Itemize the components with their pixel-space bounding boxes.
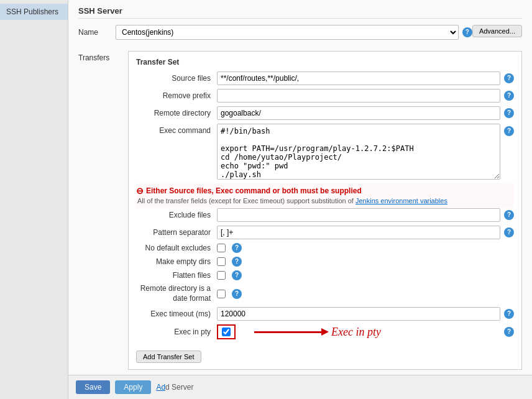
transfers-section: Transfers Transfer Set Source files ? Re… — [78, 51, 522, 370]
sidebar: SSH Publishers — [0, 0, 68, 399]
pattern-separator-input[interactable] — [217, 226, 500, 239]
transfer-set-box: Transfer Set Source files ? Remove prefi… — [128, 51, 522, 370]
exclude-files-label: Exclude files — [136, 211, 217, 219]
remote-directory-help-icon[interactable]: ? — [504, 108, 514, 118]
exec-timeout-help-icon[interactable]: ? — [504, 309, 514, 319]
name-label: Name — [78, 28, 109, 37]
exec-timeout-input[interactable] — [217, 307, 500, 321]
error-block: ⊖ Either Source files, Exec command or b… — [136, 183, 514, 208]
exec-timeout-label: Exec timeout (ms) — [136, 310, 217, 318]
error-note-text: All of the transfer fields (except for E… — [137, 197, 355, 204]
remove-prefix-row: Remove prefix ? — [136, 89, 514, 103]
error-note: All of the transfer fields (except for E… — [137, 197, 514, 204]
exec-pty-row: Exec in pty Exec in pty — [136, 324, 514, 339]
make-empty-dirs-help-icon[interactable]: ? — [232, 257, 242, 267]
make-empty-dirs-row: Make empty dirs ? — [136, 257, 514, 267]
error-icon: ⊖ — [136, 186, 144, 196]
flatten-files-label: Flatten files — [136, 271, 217, 280]
remote-directory-date-help-icon[interactable]: ? — [232, 289, 242, 299]
make-empty-dirs-label: Make empty dirs — [136, 257, 217, 266]
sidebar-item-ssh-publishers[interactable]: SSH Publishers — [0, 4, 68, 20]
source-files-help-icon[interactable]: ? — [504, 73, 514, 83]
exec-pty-annotation: Exec in pty — [248, 326, 381, 339]
remove-prefix-help-icon[interactable]: ? — [504, 91, 514, 101]
remove-prefix-label: Remove prefix — [136, 91, 217, 100]
bottom-bar: Save Apply Add Server — [68, 375, 532, 399]
no-default-excludes-checkbox[interactable] — [217, 244, 226, 252]
name-select[interactable]: Centos(jenkins) — [116, 25, 459, 40]
exec-pty-section: Exec in pty — [217, 324, 500, 339]
remove-prefix-input[interactable] — [217, 89, 500, 103]
exclude-files-input[interactable] — [217, 208, 500, 222]
name-section: Name Centos(jenkins) ? Advanced... — [78, 25, 522, 46]
pattern-separator-help-icon[interactable]: ? — [504, 227, 514, 237]
apply-button[interactable]: Apply — [115, 380, 151, 394]
sidebar-item-label: SSH Publishers — [6, 7, 58, 16]
pattern-separator-label: Pattern separator — [136, 228, 217, 237]
error-line: ⊖ Either Source files, Exec command or b… — [136, 186, 514, 196]
no-default-excludes-row: No default excludes ? — [136, 243, 514, 253]
exec-command-help-icon[interactable]: ? — [504, 126, 514, 136]
exclude-files-row: Exclude files ? — [136, 208, 514, 222]
exec-timeout-row: Exec timeout (ms) ? — [136, 307, 514, 321]
remote-directory-row: Remote directory ? — [136, 106, 514, 120]
exec-pty-help-icon[interactable]: ? — [504, 327, 514, 337]
exec-command-label: Exec command — [136, 124, 217, 135]
flatten-files-help-icon[interactable]: ? — [232, 270, 242, 280]
ssh-server-header: SSH Server — [78, 6, 522, 19]
transfer-set-title: Transfer Set — [136, 58, 514, 66]
exec-pty-checkbox[interactable] — [222, 328, 231, 336]
add-server-label: Add Server — [156, 383, 193, 392]
exec-command-row: Exec command #!/bin/bash export PATH=/us… — [136, 124, 514, 180]
advanced-button[interactable]: Advanced... — [472, 25, 522, 37]
arrow-line — [254, 331, 323, 333]
jenkins-env-vars-link[interactable]: Jenkins environment variables — [355, 197, 447, 204]
remote-directory-label: Remote directory — [136, 109, 217, 117]
section-title: SSH Server — [78, 6, 122, 16]
save-button[interactable]: Save — [76, 380, 110, 394]
flatten-files-row: Flatten files ? — [136, 270, 514, 280]
pattern-separator-row: Pattern separator ? — [136, 226, 514, 239]
add-server-text: d Server — [165, 383, 193, 392]
exclude-files-help-icon[interactable]: ? — [504, 210, 514, 220]
transfers-label: Transfers — [78, 51, 128, 370]
annotation-text: Exec in pty — [331, 326, 381, 339]
remote-directory-input[interactable] — [217, 106, 500, 120]
exec-pty-label: Exec in pty — [136, 328, 217, 336]
remote-directory-date-row: Remote directory is a date format ? — [136, 284, 514, 303]
name-row: Name Centos(jenkins) ? — [78, 25, 472, 40]
exec-pty-highlight — [217, 324, 236, 339]
remote-directory-date-label: Remote directory is a date format — [136, 284, 217, 303]
source-files-row: Source files ? — [136, 71, 514, 85]
name-help-icon[interactable]: ? — [462, 27, 472, 37]
add-server-link[interactable]: Ad — [156, 383, 165, 392]
source-files-label: Source files — [136, 74, 217, 83]
add-transfer-set-section: Add Transfer Set — [136, 346, 514, 363]
source-files-input[interactable] — [217, 71, 500, 85]
no-default-excludes-help-icon[interactable]: ? — [232, 243, 242, 253]
remote-directory-date-checkbox[interactable] — [217, 290, 226, 298]
arrow-head — [321, 328, 329, 336]
flatten-files-checkbox[interactable] — [217, 271, 226, 280]
make-empty-dirs-checkbox[interactable] — [217, 257, 226, 266]
no-default-excludes-label: No default excludes — [136, 244, 217, 252]
content-area: SSH Server Name Centos(jenkins) ? Advanc… — [68, 0, 532, 375]
add-transfer-set-button[interactable]: Add Transfer Set — [136, 351, 201, 363]
exec-command-textarea[interactable]: #!/bin/bash export PATH=/usr/program/pla… — [217, 124, 500, 180]
error-message: Either Source files, Exec command or bot… — [146, 186, 362, 195]
